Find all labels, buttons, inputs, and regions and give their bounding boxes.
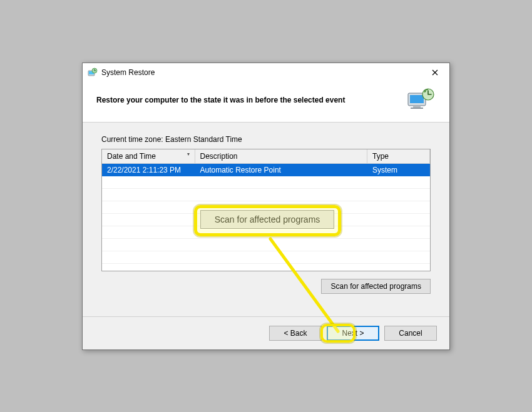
table-row[interactable]: 2/22/2021 2:11:23 PM Automatic Restore P… [102, 163, 430, 176]
cell-datetime: 2/22/2021 2:11:23 PM [102, 163, 195, 176]
table-row-empty [102, 226, 430, 239]
table-row-empty [102, 201, 430, 214]
cell-description: Automatic Restore Point [195, 163, 367, 176]
timezone-label: Current time zone: Eastern Standard Time [101, 135, 431, 144]
sort-descending-icon: ▾ [187, 151, 190, 157]
svg-rect-4 [410, 95, 424, 103]
titlebar: System Restore [83, 63, 449, 82]
table-row-empty [102, 214, 430, 226]
restore-points-table[interactable]: Date and Time ▾ Description Type 2/22/20… [101, 149, 431, 271]
column-header-type[interactable]: Type [367, 149, 430, 164]
table-row-empty [102, 239, 430, 251]
column-header-datetime[interactable]: Date and Time ▾ [102, 149, 195, 164]
close-button[interactable] [426, 65, 444, 80]
back-button[interactable]: < Back [269, 326, 322, 341]
cancel-button[interactable]: Cancel [384, 326, 437, 341]
svg-rect-6 [411, 108, 423, 109]
dialog-footer: < Back Next > Cancel [83, 316, 449, 349]
scan-row: Scan for affected programs [101, 279, 431, 294]
header-heading: Restore your computer to the state it wa… [96, 96, 345, 104]
table-row-empty [102, 251, 430, 264]
svg-rect-5 [413, 106, 421, 108]
table-row-empty [102, 176, 430, 189]
scan-affected-programs-button[interactable]: Scan for affected programs [321, 279, 431, 294]
next-button[interactable]: Next > [327, 326, 379, 341]
table-row-empty [102, 189, 430, 201]
titlebar-title: System Restore [101, 68, 426, 77]
cell-type: System [367, 163, 430, 176]
system-restore-dialog: System Restore Restore your computer to … [82, 63, 450, 350]
dialog-content: Current time zone: Eastern Standard Time… [83, 123, 449, 300]
restore-computer-icon [406, 87, 436, 113]
dialog-header: Restore your computer to the state it wa… [83, 82, 449, 123]
system-restore-icon [88, 68, 98, 78]
column-header-description[interactable]: Description [195, 149, 367, 164]
table-header-row: Date and Time ▾ Description Type [102, 149, 430, 164]
